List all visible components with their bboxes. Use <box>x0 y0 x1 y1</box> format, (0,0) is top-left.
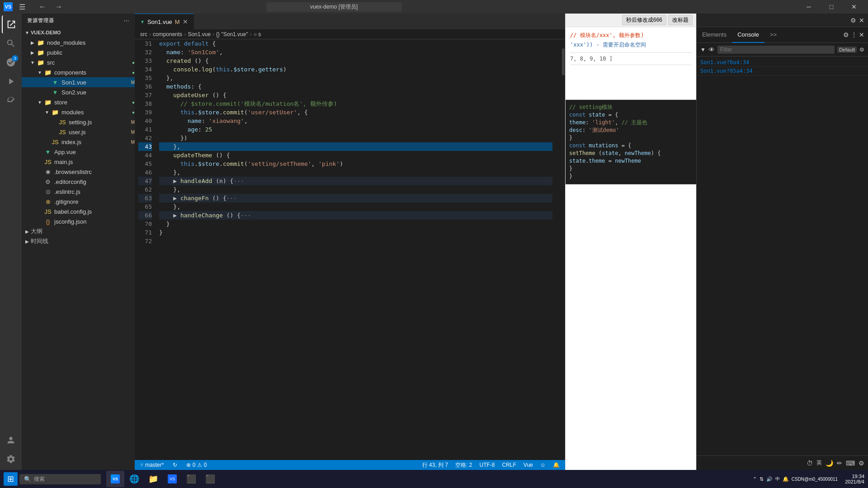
tree-babelconfigjs[interactable]: JS babel.config.js <box>22 206 135 216</box>
devtools-tab-close-icon[interactable]: ✕ <box>859 31 864 38</box>
tree-mainjs[interactable]: JS main.js <box>22 157 135 167</box>
activity-explorer[interactable] <box>2 15 20 33</box>
tree-src[interactable]: ▼ 📁 src ● <box>22 57 135 67</box>
console-filter-input[interactable] <box>717 46 835 54</box>
nav-back-button[interactable]: ← <box>35 2 50 12</box>
tree-modules[interactable]: ▼ 📁 modules ● <box>22 107 135 117</box>
bottom-icon-2[interactable]: 英 <box>816 459 822 467</box>
taskbar-clock[interactable]: 19:34 2021/8/4 <box>845 474 864 484</box>
tree-editorconfig[interactable]: ⚙ .editorconfig <box>22 177 135 187</box>
scrollbar-thumb[interactable] <box>562 48 565 75</box>
tree-son1-vue[interactable]: ▼ Son1.vue M <box>22 77 135 87</box>
console-link-1[interactable]: Son1.vue?0a4:34 <box>700 59 749 66</box>
breadcrumb-components[interactable]: components <box>153 31 182 38</box>
console-extra-settings-icon[interactable]: ⚙ <box>859 47 864 53</box>
status-position[interactable]: 行 43, 列 7 <box>420 461 450 469</box>
tree-gitignore[interactable]: ⊕ .gitignore <box>22 197 135 206</box>
filter-eye-icon[interactable]: 👁 <box>708 46 715 53</box>
vertical-scrollbar[interactable] <box>561 39 565 460</box>
breadcrumb-scope[interactable]: {} "Son1.vue" <box>216 31 248 38</box>
devtools-settings-icon[interactable]: ⚙ <box>850 17 856 24</box>
status-spaces[interactable]: 空格: 2 <box>453 461 474 469</box>
change-button[interactable]: 改标题 <box>668 15 693 25</box>
tree-indexjs[interactable]: JS index.js M <box>22 137 135 147</box>
tab-console[interactable]: Console <box>732 27 764 43</box>
taskbar-icon-terminal[interactable]: ⬛ <box>201 471 219 487</box>
tree-eslintrcjs[interactable]: ⊙ .eslintrc.js <box>22 187 135 197</box>
devtools-close-icon[interactable]: ✕ <box>859 17 864 24</box>
tree-shijian[interactable]: ▶ 时间线 <box>22 236 135 246</box>
tab-close-button[interactable]: ✕ <box>183 18 188 25</box>
network-icon[interactable]: ⇅ <box>760 476 764 482</box>
breadcrumb-son1-vue[interactable]: Son1.vue <box>188 31 211 38</box>
start-button[interactable]: ⊞ <box>4 472 18 486</box>
taskbar-icon-vscode2[interactable]: VS <box>163 471 181 487</box>
code-content[interactable]: export default { name: 'Son1Com', create… <box>157 39 561 460</box>
tree-userjs[interactable]: JS user.js M <box>22 127 135 137</box>
close-button[interactable]: ✕ <box>844 0 864 14</box>
maximize-button[interactable]: □ <box>821 0 842 14</box>
update-button[interactable]: 秒后修改成666 <box>622 15 666 25</box>
default-level-label[interactable]: Default <box>837 47 857 53</box>
input-icon[interactable]: 中 <box>775 476 780 482</box>
breadcrumb-symbol[interactable]: ○ s <box>254 31 261 38</box>
bottom-icon-6[interactable]: ⚙ <box>859 460 864 467</box>
status-errors[interactable]: ⊗ 0 ⚠ 0 <box>184 462 208 468</box>
status-encoding[interactable]: UTF-8 <box>477 461 496 469</box>
speaker-icon[interactable]: 🔊 <box>766 476 773 482</box>
bottom-icon-4[interactable]: ✏ <box>837 460 842 467</box>
activity-settings[interactable] <box>2 450 20 468</box>
sidebar-more[interactable]: ··· <box>124 18 129 23</box>
status-language[interactable]: Vue <box>522 461 535 469</box>
taskbar-icon-explorer[interactable]: 📁 <box>144 471 162 487</box>
console-entry-1[interactable]: Son1.vue?0a4:34 <box>697 58 868 67</box>
bottom-icon-3[interactable]: 🌙 <box>826 460 833 467</box>
tree-jsconfig[interactable]: {} jsconfig.json <box>22 216 135 226</box>
bottom-icon-5[interactable]: ⌨ <box>846 460 855 467</box>
title-search[interactable]: vuex-demo [管理员] <box>266 2 402 12</box>
tree-public[interactable]: ▶ 📁 public <box>22 47 135 57</box>
tree-browserslistrc[interactable]: ◉ .browserslistrc <box>22 167 135 177</box>
activity-account[interactable] <box>2 431 20 449</box>
activity-git[interactable]: 3 <box>2 53 20 71</box>
taskbar-search[interactable]: 🔍 搜索 <box>19 474 101 484</box>
taskbar-icon-vuecli[interactable]: ⬛ <box>182 471 200 487</box>
devtools-tab-settings-icon[interactable]: ⚙ <box>843 31 849 38</box>
tree-components[interactable]: ▼ 📁 components ● <box>22 67 135 77</box>
status-bell[interactable]: 🔔 <box>551 461 561 469</box>
console-entry-2[interactable]: Son1.vue?05a4:34 <box>697 67 868 75</box>
user-icon[interactable]: CSDN@m0_45000011 <box>792 477 838 482</box>
taskbar-icon-edge[interactable]: 🌐 <box>125 471 143 487</box>
code-editor[interactable]: 31 32 33 34 35 36 37 38 39 40 41 42 43 4… <box>135 39 565 460</box>
notification-icon[interactable]: 🔔 <box>783 476 789 482</box>
hamburger-menu[interactable]: ☰ <box>16 2 28 12</box>
vue-icon-app: ▼ <box>43 149 52 155</box>
console-link-2[interactable]: Son1.vue?05a4:34 <box>700 68 753 74</box>
filter-dropdown-icon[interactable]: ▼ <box>700 47 706 53</box>
status-feedback[interactable]: ☺ <box>538 461 547 469</box>
nav-forward-button[interactable]: → <box>52 2 66 12</box>
devtools-tab-dots-icon[interactable]: ⋮ <box>851 31 857 38</box>
annotation-titlebar: 秒后修改成666 改标题 <box>566 14 696 27</box>
tree-settingjs[interactable]: JS setting.js M <box>22 117 135 127</box>
status-eol[interactable]: CRLF <box>500 461 518 469</box>
tree-node-modules[interactable]: ▶ 📁 node_modules <box>22 38 135 47</box>
breadcrumb-src[interactable]: src <box>140 31 147 38</box>
tab-more[interactable]: >> <box>764 27 782 43</box>
tree-root[interactable]: ▼ VUEX-DEMO <box>22 28 135 38</box>
activity-debug[interactable] <box>2 72 20 90</box>
bottom-icon-1[interactable]: ⏱ <box>807 460 813 467</box>
activity-extensions[interactable] <box>2 91 20 109</box>
minimize-button[interactable]: ─ <box>798 0 819 14</box>
tree-dagang[interactable]: ▶ 大纲 <box>22 226 135 236</box>
activity-search[interactable] <box>2 34 20 52</box>
status-sync[interactable]: ↻ <box>171 462 179 468</box>
tree-son2-vue[interactable]: ▼ Son2.vue <box>22 87 135 97</box>
show-hidden-icon[interactable]: ⌃ <box>753 476 757 482</box>
tab-son1-vue[interactable]: ▼ Son1.vue M ✕ <box>135 14 194 29</box>
taskbar-icon-vscode[interactable]: VS <box>106 471 124 487</box>
tree-appvue[interactable]: ▼ App.vue <box>22 147 135 157</box>
status-branch[interactable]: ⑂ master* <box>138 462 165 468</box>
tree-store[interactable]: ▼ 📁 store ● <box>22 97 135 107</box>
tab-elements[interactable]: Elements <box>697 27 732 43</box>
